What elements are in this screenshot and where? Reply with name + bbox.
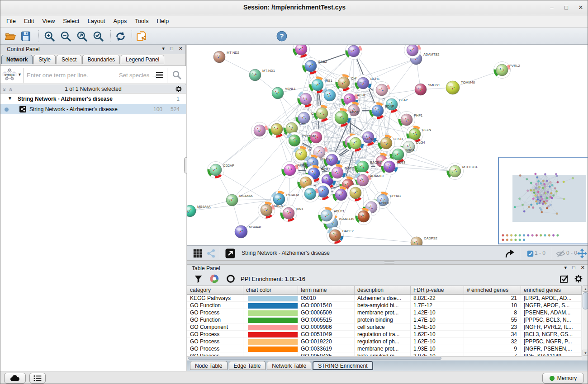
- panel-splitter-horizontal[interactable]: [187, 260, 588, 265]
- memory-button[interactable]: Memory: [542, 373, 584, 384]
- cloud-button[interactable]: [4, 373, 26, 384]
- tab-select[interactable]: Select: [57, 55, 81, 64]
- scrollbar-thumb[interactable]: [583, 292, 588, 309]
- tab-legend-panel[interactable]: Legend Panel: [121, 55, 164, 64]
- table-row[interactable]: KEGG Pathways05010Alzheimer's dise...8.8…: [187, 295, 582, 302]
- network-node-pvrl2[interactable]: PVRL2: [494, 62, 520, 79]
- network-node[interactable]: [314, 105, 331, 122]
- ring-chart-icon[interactable]: [225, 273, 236, 284]
- menu-select[interactable]: Select: [59, 15, 83, 28]
- close-button[interactable]: ✕: [575, 3, 587, 12]
- open-session-icon[interactable]: [4, 30, 17, 42]
- network-node-cadps2[interactable]: CADPS2: [411, 236, 437, 245]
- enrichment-settings-gear-icon[interactable]: [573, 273, 584, 284]
- network-view[interactable]: MT-ND2MT-ND1VSNL1ADAMTS2SMUG1TOMM40PVRL2…: [187, 45, 588, 260]
- maximize-button[interactable]: □: [560, 3, 572, 12]
- pie-chart-icon[interactable]: [209, 273, 220, 284]
- string-logo-icon[interactable]: STRING: [1, 68, 18, 82]
- splitter-grip-horizontal[interactable]: [384, 262, 394, 263]
- zoom-fit-icon[interactable]: [76, 30, 88, 42]
- network-node-bace2[interactable]: BACE2: [327, 227, 354, 244]
- table-float-icon[interactable]: □: [572, 265, 575, 270]
- network-node[interactable]: [251, 122, 268, 139]
- network-node-ms4a4a[interactable]: MS4A4A: [187, 205, 211, 217]
- menu-view[interactable]: View: [38, 15, 59, 28]
- network-node-mthfd1l[interactable]: MTHFD1L: [447, 163, 478, 180]
- column-header--enriched-genes[interactable]: # enriched genes: [464, 286, 521, 294]
- panel-menu-icon[interactable]: ▾: [162, 46, 165, 51]
- menu-apps[interactable]: Apps: [109, 15, 131, 28]
- export-network-icon[interactable]: [504, 248, 516, 259]
- fit-content-icon[interactable]: [576, 248, 588, 259]
- network-node-mt-nd1[interactable]: MT-ND1: [249, 69, 275, 81]
- network-node-bin1[interactable]: BIN1: [280, 205, 303, 222]
- menu-layout[interactable]: Layout: [83, 15, 109, 28]
- network-node[interactable]: [302, 186, 319, 202]
- string-dropdown-caret[interactable]: ▼: [18, 72, 22, 77]
- table-horizontal-scrollbar[interactable]: [187, 356, 582, 360]
- tab-style[interactable]: Style: [33, 55, 56, 64]
- network-node-aplp1[interactable]: APLP1: [318, 207, 345, 224]
- table-row[interactable]: GO ProcessGO:0006509membrane prot...1.42…: [187, 309, 582, 316]
- table-row[interactable]: GO ProcessGO:0050435beta-amyloid m...2.0…: [187, 352, 582, 356]
- minimize-button[interactable]: –: [546, 3, 558, 12]
- scroll-down-icon[interactable]: ▼: [583, 350, 588, 356]
- refresh-icon[interactable]: [114, 30, 127, 42]
- tab-edge-table[interactable]: Edge Table: [229, 361, 266, 370]
- table-row[interactable]: GO FunctionGO:0001540beta-amyloid bi...1…: [187, 302, 582, 309]
- collection-expand-icon[interactable]: ▼: [8, 96, 12, 101]
- network-node[interactable]: [374, 82, 390, 98]
- filter-icon[interactable]: [193, 273, 204, 284]
- menu-help[interactable]: Help: [153, 15, 173, 28]
- grid-view-icon[interactable]: [192, 248, 204, 259]
- set-species-hint[interactable]: Set species →: [119, 72, 157, 79]
- network-node-cd33[interactable]: CD33: [381, 159, 406, 175]
- table-row[interactable]: GO ProcessGO:0033619membrane prot...1.93…: [187, 345, 582, 352]
- zoom-in-icon[interactable]: [43, 30, 56, 42]
- network-node[interactable]: [346, 45, 362, 60]
- menu-file[interactable]: File: [2, 15, 20, 28]
- network-node-mt-nd2[interactable]: MT-ND2: [213, 51, 239, 63]
- close-panel-icon[interactable]: ✕: [179, 46, 183, 51]
- tab-network-table[interactable]: Network Table: [267, 361, 311, 370]
- birds-eye-view[interactable]: [498, 157, 588, 244]
- open-in-window-icon[interactable]: [224, 248, 236, 259]
- clone-network-icon[interactable]: [135, 30, 148, 42]
- network-node[interactable]: [298, 91, 314, 108]
- network-node[interactable]: [347, 185, 364, 201]
- network-node[interactable]: [333, 187, 350, 203]
- hidden-nodes-icon[interactable]: [555, 248, 566, 259]
- network-row-selected[interactable]: String Network - Alzheimer's disease 100…: [0, 104, 186, 114]
- hscrollbar-thumb[interactable]: [188, 357, 441, 360]
- column-header-term-name[interactable]: term name: [298, 286, 355, 294]
- table-panel-menu-icon[interactable]: ▾: [564, 265, 567, 270]
- network-node-ms4a4e[interactable]: MS4A4E: [235, 225, 262, 238]
- select-terms-icon[interactable]: [559, 273, 569, 284]
- network-node-tomm40[interactable]: TOMM40: [446, 80, 475, 94]
- menu-tools[interactable]: Tools: [131, 15, 152, 28]
- network-collection-row[interactable]: ▼ String Network - Alzheimer's disease 1: [0, 94, 186, 104]
- table-row[interactable]: GO ProcessGO:0051049regulation of tra...…: [187, 331, 582, 338]
- table-close-icon[interactable]: ✕: [581, 265, 585, 270]
- network-node-vsnl1[interactable]: VSNL1: [272, 87, 296, 99]
- network-node[interactable]: [322, 87, 338, 104]
- zoom-selected-icon[interactable]: [92, 30, 104, 42]
- column-header-enriched-genes[interactable]: enriched genes: [521, 286, 582, 294]
- network-node[interactable]: [293, 45, 310, 58]
- share-network-icon[interactable]: [205, 248, 217, 259]
- network-node-phf1[interactable]: PHF1: [398, 112, 423, 128]
- column-header-category[interactable]: category: [187, 286, 243, 294]
- float-panel-icon[interactable]: □: [170, 46, 173, 51]
- tab-node-table[interactable]: Node Table: [190, 361, 228, 370]
- tab-boundaries[interactable]: Boundaries: [82, 55, 120, 64]
- network-node[interactable]: [356, 208, 372, 225]
- table-row[interactable]: GO ProcessGO:0019220regulation of ph...1…: [187, 338, 582, 345]
- column-header-description[interactable]: description: [355, 286, 411, 294]
- string-query-input[interactable]: [26, 70, 116, 80]
- table-row[interactable]: GO FunctionGO:0005515protein binding1.47…: [187, 316, 582, 323]
- help-icon[interactable]: ?: [275, 30, 288, 42]
- column-header-chart-color[interactable]: chart color: [243, 286, 298, 294]
- scroll-up-icon[interactable]: ▲: [583, 286, 588, 292]
- table-row[interactable]: GO ComponentGO:0009986cell surface1.54E-…: [187, 323, 582, 331]
- task-list-button[interactable]: [29, 373, 46, 384]
